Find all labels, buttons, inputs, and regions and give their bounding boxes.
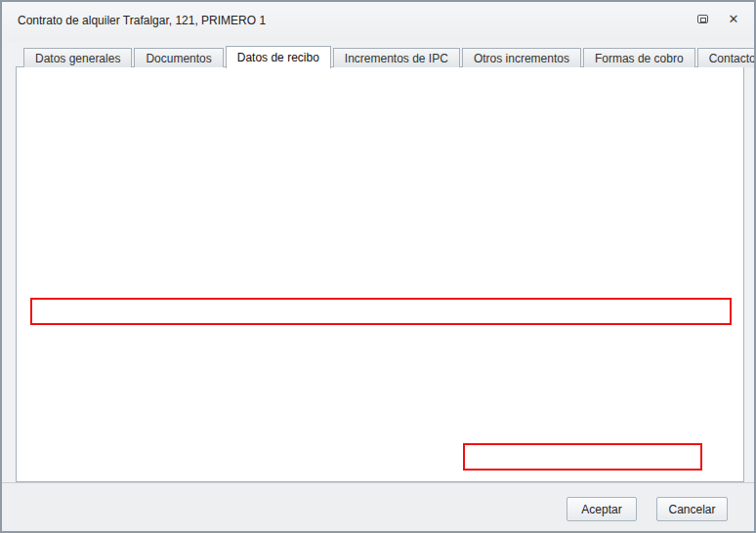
tab-datos-generales[interactable]: Datos generales xyxy=(23,48,132,67)
accept-button[interactable]: Aceptar xyxy=(567,497,637,521)
close-icon: ✕ xyxy=(729,12,739,26)
tab-strip: Datos generales Documentos Datos de reci… xyxy=(23,46,756,67)
close-window-button[interactable]: ✕ xyxy=(725,11,742,26)
tab-incrementos-ipc[interactable]: Incrementos de IPC xyxy=(333,48,460,67)
title-bar: Contrato de alquiler Trafalgar, 121, PRI… xyxy=(2,2,754,41)
tab-otros-incrementos[interactable]: Otros incrementos xyxy=(462,48,581,67)
tab-page-datos-de-recibo xyxy=(16,66,744,482)
dialog-window: Contrato de alquiler Trafalgar, 121, PRI… xyxy=(0,0,756,533)
tab-contactos[interactable]: Contactos xyxy=(697,48,756,67)
restore-window-button[interactable] xyxy=(693,11,711,26)
tab-documentos[interactable]: Documentos xyxy=(134,48,223,67)
tab-datos-de-recibo[interactable]: Datos de recibo xyxy=(226,46,331,68)
dialog-footer xyxy=(2,482,754,531)
window-title: Contrato de alquiler Trafalgar, 121, PRI… xyxy=(18,14,266,27)
restore-icon xyxy=(697,15,708,23)
tab-formas-de-cobro[interactable]: Formas de cobro xyxy=(583,48,695,67)
cancel-button[interactable]: Cancelar xyxy=(656,497,728,521)
